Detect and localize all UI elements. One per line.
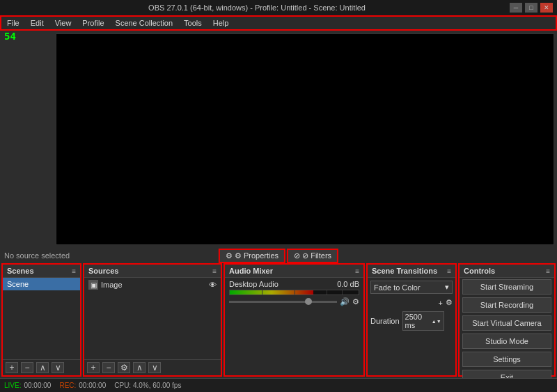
audio-panel-header: Audio Mixer ≡ (225, 265, 363, 278)
meter-tick-4 (342, 290, 343, 295)
menu-profile[interactable]: Profile (77, 17, 109, 29)
menu-edit[interactable]: Edit (25, 17, 49, 29)
scenes-footer: + − ∧ ∨ (3, 359, 80, 375)
volume-slider[interactable] (229, 301, 337, 303)
status-bar: No source selected ⚙ ⚙ Properties ⊘ ⊘ Fi… (0, 248, 557, 263)
scenes-menu-icon[interactable]: ≡ (72, 267, 76, 275)
menu-help[interactable]: Help (207, 17, 235, 29)
scenes-panel-header: Scenes ≡ (3, 265, 80, 278)
cpu-status: CPU: 4.0%, 60.00 fps (114, 382, 181, 389)
live-time: 00:00:00 (24, 382, 51, 389)
fps-counter: 54 (4, 31, 16, 42)
transition-gear-icon[interactable]: ⚙ (446, 298, 453, 307)
cpu-text: CPU: 4.0%, 60.00 fps (114, 382, 181, 389)
source-eye-icon[interactable]: 👁 (209, 281, 217, 289)
transitions-menu-icon[interactable]: ≡ (447, 267, 451, 275)
duration-input[interactable]: 2500 ms ▲▼ (402, 311, 444, 331)
properties-filters-group: ⚙ ⚙ Properties ⊘ ⊘ Filters (219, 249, 338, 263)
audio-meter (229, 290, 359, 295)
transition-add-icon[interactable]: + (439, 299, 443, 307)
close-button[interactable]: ✕ (540, 3, 553, 13)
scenes-add-button[interactable]: + (6, 362, 18, 373)
main-content: No source selected ⚙ ⚙ Properties ⊘ ⊘ Fi… (0, 31, 557, 392)
meter-tick-2 (295, 290, 295, 295)
preview-area (56, 33, 554, 245)
bottom-panels: Scenes ≡ Scene + − ∧ ∨ Sources ≡ ▣ Image… (0, 263, 557, 378)
filter-icon: ⊘ (294, 251, 300, 260)
audio-settings-icon[interactable]: ⚙ (352, 297, 359, 306)
maximize-button[interactable]: □ (525, 3, 538, 13)
audio-meter-bar (230, 290, 313, 295)
sources-menu-icon[interactable]: ≡ (212, 267, 217, 275)
audio-panel: Audio Mixer ≡ Desktop Audio 0.0 dB (223, 263, 365, 377)
speaker-icon[interactable]: 🔊 (340, 297, 350, 306)
controls-panel: Controls ≡ Start Streaming Start Recordi… (458, 263, 556, 377)
audio-menu-icon[interactable]: ≡ (355, 267, 359, 275)
transition-duration-row: Duration 2500 ms ▲▼ (370, 311, 453, 331)
controls-panel-header: Controls ≡ (460, 265, 554, 278)
volume-handle[interactable] (305, 298, 312, 305)
image-icon: ▣ (88, 280, 98, 290)
scene-item[interactable]: Scene (3, 278, 80, 290)
transitions-panel-header: Scene Transitions ≡ (368, 265, 455, 278)
sources-footer: + − ⚙ ∧ ∨ (84, 359, 221, 375)
filters-button[interactable]: ⊘ ⊘ Filters (287, 249, 338, 263)
bottom-status-bar: LIVE: 00:00:00 REC: 00:00:00 CPU: 4.0%, … (0, 378, 557, 392)
rec-time: 00:00:00 (79, 382, 106, 389)
audio-track: Desktop Audio 0.0 dB 🔊 ⚙ (225, 278, 363, 308)
sources-add-button[interactable]: + (87, 362, 100, 373)
menu-view[interactable]: View (49, 17, 77, 29)
scenes-up-button[interactable]: ∧ (36, 362, 49, 373)
sources-panel: Sources ≡ ▣ Image 👁 + − ⚙ ∧ ∨ (83, 263, 222, 377)
start-virtual-camera-button[interactable]: Start Virtual Camera (462, 315, 551, 331)
live-label: LIVE: (4, 382, 21, 389)
scenes-remove-button[interactable]: − (21, 362, 33, 373)
audio-controls: 🔊 ⚙ (229, 297, 359, 306)
minimize-button[interactable]: ─ (510, 3, 522, 13)
menu-tools[interactable]: Tools (178, 17, 207, 29)
sources-up-button[interactable]: ∧ (133, 362, 146, 373)
transition-type-select[interactable]: Fade to Color ▾ (370, 281, 453, 294)
properties-button[interactable]: ⚙ ⚙ Properties (219, 249, 285, 263)
rec-label: REC: (59, 382, 76, 389)
sources-gear-button[interactable]: ⚙ (118, 362, 130, 373)
sources-remove-button[interactable]: − (102, 362, 115, 373)
transitions-panel: Scene Transitions ≡ Fade to Color ▾ + ⚙ … (366, 263, 457, 377)
rec-status: REC: 00:00:00 (59, 382, 106, 389)
settings-button[interactable]: Settings (462, 352, 551, 367)
meter-tick-1 (262, 290, 262, 295)
menu-scene-collection[interactable]: Scene Collection (110, 17, 179, 29)
transition-type-actions: + ⚙ (370, 298, 453, 307)
no-source-text: No source selected (4, 251, 70, 260)
window-title: OBS 27.0.1 (64-bit, windows) - Profile: … (4, 3, 510, 12)
scenes-panel: Scenes ≡ Scene + − ∧ ∨ (1, 263, 81, 377)
live-status: LIVE: 00:00:00 (4, 382, 51, 389)
start-recording-button[interactable]: Start Recording (462, 297, 551, 313)
studio-mode-button[interactable]: Studio Mode (462, 334, 551, 349)
sources-down-button[interactable]: ∨ (148, 362, 161, 373)
sources-panel-header: Sources ≡ (84, 265, 221, 278)
menu-bar: File Edit View Profile Scene Collection … (0, 15, 557, 31)
source-item[interactable]: ▣ Image 👁 (84, 278, 221, 292)
scenes-down-button[interactable]: ∨ (52, 362, 64, 373)
gear-icon: ⚙ (226, 251, 233, 260)
meter-tick-3 (327, 290, 327, 295)
title-bar: OBS 27.0.1 (64-bit, windows) - Profile: … (0, 0, 557, 15)
window-controls: ─ □ ✕ (510, 3, 553, 13)
controls-menu-icon[interactable]: ≡ (546, 267, 550, 275)
menu-file[interactable]: File (1, 17, 25, 29)
start-streaming-button[interactable]: Start Streaming (462, 279, 551, 295)
